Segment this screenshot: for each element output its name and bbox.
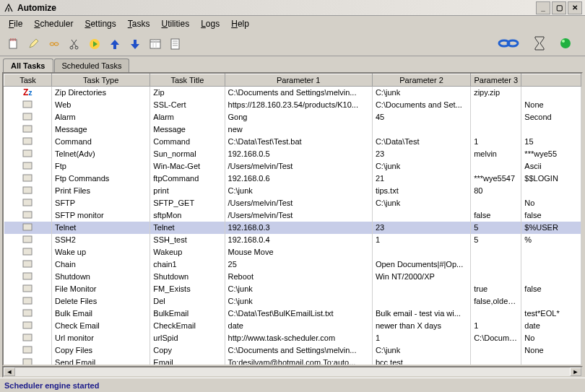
- table-row[interactable]: Send EmailEmailTo:desilvam@hotmail.com,T…: [4, 357, 581, 365]
- cell-type: Message: [52, 123, 150, 136]
- tab-all-tasks[interactable]: All Tasks: [3, 58, 53, 72]
- tab-scheduled-tasks[interactable]: Scheduled Tasks: [54, 58, 130, 72]
- cell-p1: 192.168.0.6: [225, 173, 372, 185]
- cell-p4: None: [521, 344, 581, 357]
- cell-type: Command: [52, 136, 150, 148]
- cell-p4: [521, 357, 581, 365]
- cell-p3: [471, 160, 521, 173]
- down-arrow-icon[interactable]: [126, 35, 144, 53]
- cell-p1: 192.168.0.4: [225, 234, 372, 246]
- table-row[interactable]: Print FilesprintC:\junktips.txt80: [4, 185, 581, 197]
- table-row[interactable]: TelnetTelnet192.168.0.3235$%USER: [4, 222, 581, 234]
- maximize-button[interactable]: ▢: [552, 1, 566, 14]
- table-row[interactable]: Wake upWakeupMouse Move: [4, 246, 581, 258]
- cell-type: Bulk Email: [52, 308, 150, 320]
- cell-p3: [471, 271, 521, 283]
- task-icon: [4, 123, 52, 136]
- cell-type: Delete Files: [52, 295, 150, 308]
- cell-p1: /Users/melvin/Test: [225, 160, 372, 173]
- menu-help[interactable]: Help: [225, 17, 255, 30]
- cell-type: SFTP: [52, 197, 150, 209]
- menu-logs[interactable]: Logs: [195, 17, 225, 30]
- cell-title: urlSpid: [150, 332, 225, 344]
- cell-title: Sun_normal: [150, 148, 225, 160]
- up-arrow-icon[interactable]: [105, 35, 124, 53]
- link-icon[interactable]: [45, 35, 64, 53]
- table-row[interactable]: ZzZip DirectoriesZipC:\Documents and Set…: [4, 87, 581, 99]
- table-row[interactable]: Url monitorurlSpidhttp://www.task-schedu…: [4, 332, 581, 344]
- calendar-icon[interactable]: [146, 35, 165, 53]
- hourglass-icon: [533, 35, 546, 53]
- task-icon: [4, 160, 52, 173]
- cell-type: File Monitor: [52, 283, 150, 295]
- cell-p1: 192.168.0.5: [225, 148, 372, 160]
- cell-p3: [471, 99, 521, 111]
- table-row[interactable]: AlarmAlarmGong45Second: [4, 111, 581, 123]
- table-row[interactable]: ShutdownShutdownRebootWin NT/2000/XP: [4, 271, 581, 283]
- new-task-icon[interactable]: [4, 35, 23, 53]
- svg-rect-35: [23, 310, 32, 316]
- col-p3[interactable]: Parameter 3: [471, 74, 521, 87]
- cell-type: Send Email: [52, 357, 150, 365]
- cell-p3: ***wye5547: [471, 173, 521, 185]
- cell-p2: Win NT/2000/XP: [372, 271, 470, 283]
- minimize-button[interactable]: _: [536, 1, 550, 14]
- col-task[interactable]: Task: [4, 74, 52, 87]
- table-row[interactable]: Delete FilesDelC:\junkfalse,older ...: [4, 295, 581, 308]
- run-icon[interactable]: [85, 35, 104, 53]
- table-row[interactable]: FtpWin-Mac-Get/Users/melvin/TestC:\junkA…: [4, 160, 581, 173]
- table-row[interactable]: File MonitorFM_ExistsC:\junktruefalse: [4, 283, 581, 295]
- scroll-right-icon[interactable]: ►: [570, 367, 581, 376]
- menu-tasks[interactable]: Tasks: [122, 17, 156, 30]
- close-button[interactable]: ✕: [568, 1, 582, 14]
- cell-type: Shutdown: [52, 271, 150, 283]
- cell-p3: [471, 308, 521, 320]
- cell-type: SSH2: [52, 234, 150, 246]
- table-row[interactable]: WebSSL-Certhttps://128.160.23.54/product…: [4, 99, 581, 111]
- svg-point-1: [50, 43, 54, 45]
- cell-p4: [521, 295, 581, 308]
- cell-p4: [521, 123, 581, 136]
- table-row[interactable]: Check EmailCheckEmaildatenewer than X da…: [4, 320, 581, 332]
- col-p2[interactable]: Parameter 2: [372, 74, 470, 87]
- table-row[interactable]: MessageMessagenew: [4, 123, 581, 136]
- table-row[interactable]: SFTPSFTP_GET/Users/melvin/TestC:\junkNo: [4, 197, 581, 209]
- cell-p2: Open Documents|#|Op...: [372, 258, 470, 271]
- task-table: Task Task Type Task Title Parameter 1 Pa…: [2, 72, 583, 366]
- task-icon: [4, 344, 52, 357]
- table-row[interactable]: SSH2SSH_test192.168.0.415%: [4, 234, 581, 246]
- table-row[interactable]: SFTP monitorsftpMon/Users/melvin/Testfal…: [4, 209, 581, 222]
- col-p4[interactable]: [521, 74, 581, 87]
- horizontal-scrollbar[interactable]: ◄ ►: [2, 366, 583, 378]
- cell-type: Zip Directories: [52, 87, 150, 99]
- menu-settings[interactable]: Settings: [79, 17, 121, 30]
- col-title[interactable]: Task Title: [150, 74, 225, 87]
- cell-p2: tips.txt: [372, 185, 470, 197]
- cut-icon[interactable]: [65, 35, 84, 53]
- table-row[interactable]: Telnet(Adv)Sun_normal192.168.0.523melvin…: [4, 148, 581, 160]
- svg-point-2: [54, 43, 58, 45]
- tabs: All Tasks Scheduled Tasks: [0, 56, 585, 72]
- edit-icon[interactable]: [25, 35, 43, 53]
- col-p1[interactable]: Parameter 1: [225, 74, 372, 87]
- menu-utilities[interactable]: Utilities: [155, 17, 195, 30]
- table-row[interactable]: Chainchain125Open Documents|#|Op...: [4, 258, 581, 271]
- cell-title: CheckEmail: [150, 320, 225, 332]
- menu-scheduler[interactable]: Scheduler: [28, 17, 79, 30]
- table-row[interactable]: Copy FilesCopyC:\Documents and Settings\…: [4, 344, 581, 357]
- col-type[interactable]: Task Type: [52, 74, 150, 87]
- cell-p2: 1: [372, 332, 470, 344]
- svg-rect-38: [23, 347, 32, 353]
- cell-p2: Bulk email - test via wi...: [372, 308, 470, 320]
- menu-file[interactable]: File: [3, 17, 28, 30]
- task-icon: [4, 111, 52, 123]
- task-icon: [4, 283, 52, 295]
- log-icon[interactable]: [166, 35, 185, 53]
- table-row[interactable]: Ftp CommandsftpCommand192.168.0.621***wy…: [4, 173, 581, 185]
- scroll-left-icon[interactable]: ◄: [4, 367, 15, 376]
- cell-title: Email: [150, 357, 225, 365]
- table-row[interactable]: Bulk EmailBulkEmailC:\Data\Test\BulKEmai…: [4, 308, 581, 320]
- cell-title: Message: [150, 123, 225, 136]
- svg-rect-27: [23, 212, 32, 218]
- table-row[interactable]: CommandCommandC:\Data\Test\Test.batC:\Da…: [4, 136, 581, 148]
